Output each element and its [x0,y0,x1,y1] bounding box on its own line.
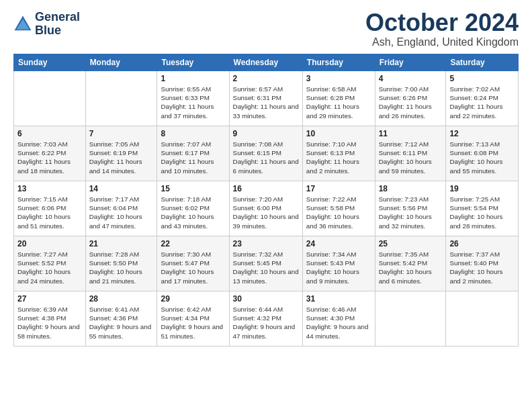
day-number: 8 [161,129,225,138]
day-info: Sunrise: 7:02 AMSunset: 6:24 PMDaylight:… [449,85,502,120]
day-info: Sunrise: 7:07 AMSunset: 6:17 PMDaylight:… [161,140,214,175]
day-number: 2 [233,74,299,83]
calendar-page: General Blue October 2024 Ash, England, … [0,0,532,353]
header-monday: Monday [85,54,157,71]
day-info: Sunrise: 7:12 AMSunset: 6:11 PMDaylight:… [379,140,432,175]
header-wednesday: Wednesday [229,54,302,71]
day-info: Sunrise: 6:42 AMSunset: 4:34 PMDaylight:… [161,306,223,340]
day-number: 14 [89,184,154,193]
logo-text-line2: Blue [35,24,80,38]
cell-w3-d5: 17 Sunrise: 7:22 AMSunset: 5:58 PMDaylig… [302,181,375,236]
header-thursday: Thursday [302,54,375,71]
cell-w5-d1: 27 Sunrise: 6:39 AMSunset: 4:38 PMDaylig… [14,291,86,347]
cell-w4-d4: 23 Sunrise: 7:32 AMSunset: 5:45 PMDaylig… [229,236,302,291]
day-number: 21 [89,239,154,248]
day-info: Sunrise: 6:39 AMSunset: 4:38 PMDaylight:… [17,306,80,340]
cell-w3-d2: 14 Sunrise: 7:17 AMSunset: 6:04 PMDaylig… [85,181,157,236]
day-number: 5 [449,74,515,83]
day-info: Sunrise: 7:13 AMSunset: 6:08 PMDaylight:… [449,140,502,175]
cell-w1-d7: 5 Sunrise: 7:02 AMSunset: 6:24 PMDayligh… [446,71,519,126]
day-number: 17 [306,184,371,193]
cell-w3-d3: 15 Sunrise: 7:18 AMSunset: 6:02 PMDaylig… [157,181,229,236]
cell-w5-d7 [446,291,519,347]
day-info: Sunrise: 7:32 AMSunset: 5:45 PMDaylight:… [233,250,299,285]
day-number: 24 [306,239,371,248]
day-info: Sunrise: 7:28 AMSunset: 5:50 PMDaylight:… [89,250,142,285]
day-info: Sunrise: 7:27 AMSunset: 5:52 PMDaylight:… [17,250,71,285]
day-info: Sunrise: 6:44 AMSunset: 4:32 PMDaylight:… [233,306,296,340]
cell-w3-d4: 16 Sunrise: 7:20 AMSunset: 6:00 PMDaylig… [229,181,302,236]
day-info: Sunrise: 7:30 AMSunset: 5:47 PMDaylight:… [161,250,214,285]
cell-w4-d5: 24 Sunrise: 7:34 AMSunset: 5:43 PMDaylig… [302,236,375,291]
cell-w5-d3: 29 Sunrise: 6:42 AMSunset: 4:34 PMDaylig… [157,291,229,347]
day-number: 26 [449,239,515,248]
cell-w2-d7: 12 Sunrise: 7:13 AMSunset: 6:08 PMDaylig… [446,126,519,181]
day-number: 25 [379,239,443,248]
day-number: 10 [306,129,371,138]
cell-w1-d5: 3 Sunrise: 6:58 AMSunset: 6:28 PMDayligh… [302,71,375,126]
cell-w4-d7: 26 Sunrise: 7:37 AMSunset: 5:40 PMDaylig… [446,236,519,291]
day-number: 13 [17,184,82,193]
day-info: Sunrise: 6:58 AMSunset: 6:28 PMDaylight:… [306,85,359,120]
cell-w1-d1 [14,71,86,126]
cell-w3-d6: 18 Sunrise: 7:23 AMSunset: 5:56 PMDaylig… [375,181,446,236]
cell-w4-d6: 25 Sunrise: 7:35 AMSunset: 5:42 PMDaylig… [375,236,446,291]
day-number: 31 [306,294,371,304]
day-info: Sunrise: 7:20 AMSunset: 6:00 PMDaylight:… [233,195,299,230]
logo-text-line1: General [35,11,80,24]
day-number: 4 [379,74,443,83]
day-info: Sunrise: 7:18 AMSunset: 6:02 PMDaylight:… [161,195,214,230]
cell-w2-d2: 7 Sunrise: 7:05 AMSunset: 6:19 PMDayligh… [85,126,157,181]
cell-w2-d4: 9 Sunrise: 7:08 AMSunset: 6:15 PMDayligh… [229,126,302,181]
day-info: Sunrise: 6:57 AMSunset: 6:31 PMDaylight:… [233,85,299,120]
header-friday: Friday [375,54,446,71]
day-number: 3 [306,74,371,83]
cell-w1-d4: 2 Sunrise: 6:57 AMSunset: 6:31 PMDayligh… [229,71,302,126]
cell-w1-d3: 1 Sunrise: 6:55 AMSunset: 6:33 PMDayligh… [157,71,229,126]
cell-w1-d2 [85,71,157,126]
day-info: Sunrise: 7:15 AMSunset: 6:06 PMDaylight:… [17,195,71,230]
day-info: Sunrise: 7:22 AMSunset: 5:58 PMDaylight:… [306,195,359,230]
day-number: 30 [233,294,299,304]
day-number: 7 [89,129,154,138]
cell-w4-d1: 20 Sunrise: 7:27 AMSunset: 5:52 PMDaylig… [14,236,86,291]
cell-w3-d1: 13 Sunrise: 7:15 AMSunset: 6:06 PMDaylig… [14,181,86,236]
day-number: 12 [449,129,515,138]
header-tuesday: Tuesday [157,54,229,71]
day-number: 27 [17,294,82,304]
week-row-5: 27 Sunrise: 6:39 AMSunset: 4:38 PMDaylig… [14,291,519,347]
day-info: Sunrise: 7:37 AMSunset: 5:40 PMDaylight:… [449,250,502,285]
cell-w2-d6: 11 Sunrise: 7:12 AMSunset: 6:11 PMDaylig… [375,126,446,181]
day-number: 6 [17,129,82,138]
calendar-table: Sunday Monday Tuesday Wednesday Thursday… [13,54,519,347]
cell-w1-d6: 4 Sunrise: 7:00 AMSunset: 6:26 PMDayligh… [375,71,446,126]
cell-w5-d4: 30 Sunrise: 6:44 AMSunset: 4:32 PMDaylig… [229,291,302,347]
week-row-1: 1 Sunrise: 6:55 AMSunset: 6:33 PMDayligh… [14,71,519,126]
day-info: Sunrise: 7:34 AMSunset: 5:43 PMDaylight:… [306,250,359,285]
cell-w4-d3: 22 Sunrise: 7:30 AMSunset: 5:47 PMDaylig… [157,236,229,291]
day-info: Sunrise: 7:00 AMSunset: 6:26 PMDaylight:… [379,85,432,120]
location-subtitle: Ash, England, United Kingdom [365,36,519,48]
day-number: 20 [17,239,82,248]
day-number: 16 [233,184,299,193]
cell-w2-d5: 10 Sunrise: 7:10 AMSunset: 6:13 PMDaylig… [302,126,375,181]
day-info: Sunrise: 6:41 AMSunset: 4:36 PMDaylight:… [89,306,152,340]
day-info: Sunrise: 7:05 AMSunset: 6:19 PMDaylight:… [89,140,142,175]
month-title: October 2024 [365,11,519,35]
logo-icon [13,15,32,34]
cell-w5-d5: 31 Sunrise: 6:46 AMSunset: 4:30 PMDaylig… [302,291,375,347]
day-info: Sunrise: 7:23 AMSunset: 5:56 PMDaylight:… [379,195,432,230]
cell-w2-d3: 8 Sunrise: 7:07 AMSunset: 6:17 PMDayligh… [157,126,229,181]
day-info: Sunrise: 6:46 AMSunset: 4:30 PMDaylight:… [306,306,369,340]
day-number: 1 [161,74,225,83]
day-number: 23 [233,239,299,248]
week-row-2: 6 Sunrise: 7:03 AMSunset: 6:22 PMDayligh… [14,126,519,181]
day-info: Sunrise: 7:35 AMSunset: 5:42 PMDaylight:… [379,250,432,285]
weekday-header-row: Sunday Monday Tuesday Wednesday Thursday… [14,54,519,71]
day-number: 11 [379,129,443,138]
header-sunday: Sunday [14,54,86,71]
day-number: 15 [161,184,225,193]
day-info: Sunrise: 7:25 AMSunset: 5:54 PMDaylight:… [449,195,502,230]
day-info: Sunrise: 7:17 AMSunset: 6:04 PMDaylight:… [89,195,142,230]
cell-w2-d1: 6 Sunrise: 7:03 AMSunset: 6:22 PMDayligh… [14,126,86,181]
